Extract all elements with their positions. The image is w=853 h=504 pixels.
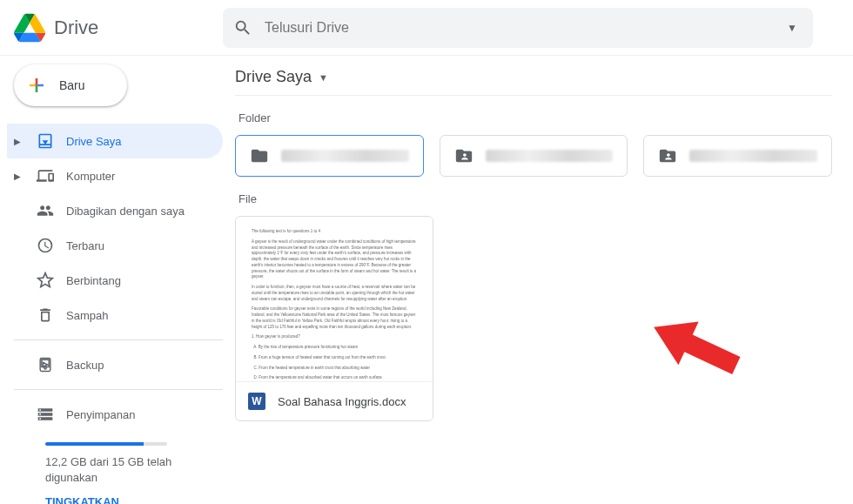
folder-name-obscured xyxy=(281,150,409,162)
star-icon xyxy=(35,270,56,291)
main-content: Drive Saya ▼ Folder File The following t… xyxy=(223,56,853,504)
backup-icon xyxy=(35,354,56,375)
nav: ▶ Drive Saya ▶ Komputer Dibagikan dengan… xyxy=(7,124,223,504)
folder-icon xyxy=(250,146,269,165)
storage-progressbar xyxy=(45,442,167,446)
drive-icon xyxy=(35,131,56,151)
devices-icon xyxy=(35,165,56,186)
file-card[interactable]: The following text is for questions 1 to… xyxy=(235,216,433,421)
search-icon xyxy=(233,18,252,37)
file-thumbnail: The following text is for questions 1 to… xyxy=(236,217,433,382)
search-bar[interactable]: ▼ xyxy=(223,8,813,48)
breadcrumb[interactable]: Drive Saya ▼ xyxy=(235,68,832,96)
sidebar-item-label: Drive Saya xyxy=(66,135,122,148)
storage-icon xyxy=(35,404,56,425)
sidebar-item-trash[interactable]: Sampah xyxy=(7,298,223,333)
shared-folder-icon xyxy=(658,146,677,165)
sidebar-item-label: Dibagikan dengan saya xyxy=(66,205,185,218)
annotation-arrow-icon xyxy=(649,299,745,395)
file-name: Soal Bahasa Inggris.docx xyxy=(278,395,406,408)
search-options-caret-icon[interactable]: ▼ xyxy=(782,22,803,34)
sidebar-item-mydrive[interactable]: ▶ Drive Saya xyxy=(7,124,223,158)
folder-name-obscured xyxy=(486,150,614,162)
shared-folder-icon xyxy=(454,146,474,165)
search-input[interactable] xyxy=(265,20,782,36)
folder-row xyxy=(235,135,832,177)
svg-marker-0 xyxy=(649,306,745,387)
sidebar-item-label: Berbintang xyxy=(66,274,121,287)
folder-card[interactable] xyxy=(440,135,628,177)
header: Drive ▼ xyxy=(0,0,853,56)
upgrade-storage-link[interactable]: TINGKATKAN PENYIMPANAN xyxy=(45,494,167,504)
new-button[interactable]: Baru xyxy=(14,64,127,106)
sidebar-item-recent[interactable]: Terbaru xyxy=(7,228,223,263)
new-button-label: Baru xyxy=(59,78,85,92)
folder-card[interactable] xyxy=(643,135,832,177)
sidebar-item-label: Terbaru xyxy=(66,239,104,252)
sidebar-item-backup[interactable]: Backup xyxy=(7,347,223,382)
storage-usage-text: 12,2 GB dari 15 GB telah digunakan xyxy=(45,454,212,486)
sidebar-item-label: Penyimpanan xyxy=(66,408,136,421)
file-section-label: File xyxy=(238,192,832,205)
sidebar-item-label: Komputer xyxy=(66,170,115,183)
drive-logo-icon xyxy=(14,12,45,44)
chevron-down-icon: ▼ xyxy=(319,72,328,83)
trash-icon xyxy=(35,305,56,326)
chevron-right-icon: ▶ xyxy=(14,171,24,181)
folder-section-label: Folder xyxy=(238,111,832,124)
app-title: Drive xyxy=(54,17,98,39)
plus-icon xyxy=(26,75,47,96)
file-footer: W Soal Bahasa Inggris.docx xyxy=(236,382,433,420)
folder-name-obscured xyxy=(689,150,817,162)
shared-icon xyxy=(35,200,56,221)
sidebar-item-storage[interactable]: Penyimpanan xyxy=(7,397,223,432)
word-doc-icon: W xyxy=(248,393,265,410)
sidebar-item-computers[interactable]: ▶ Komputer xyxy=(7,158,223,193)
sidebar: Baru ▶ Drive Saya ▶ Komputer Dibagikan d… xyxy=(0,56,223,504)
sidebar-item-shared[interactable]: Dibagikan dengan saya xyxy=(7,193,223,228)
chevron-right-icon: ▶ xyxy=(14,137,24,146)
sidebar-item-label: Sampah xyxy=(66,309,108,322)
sidebar-item-label: Backup xyxy=(66,359,104,372)
sidebar-item-starred[interactable]: Berbintang xyxy=(7,263,223,298)
page-title: Drive Saya xyxy=(235,68,312,86)
clock-icon xyxy=(35,235,56,256)
folder-card[interactable] xyxy=(235,135,424,177)
logo-block[interactable]: Drive xyxy=(14,12,223,44)
storage-block: 12,2 GB dari 15 GB telah digunakan TINGK… xyxy=(7,432,223,504)
